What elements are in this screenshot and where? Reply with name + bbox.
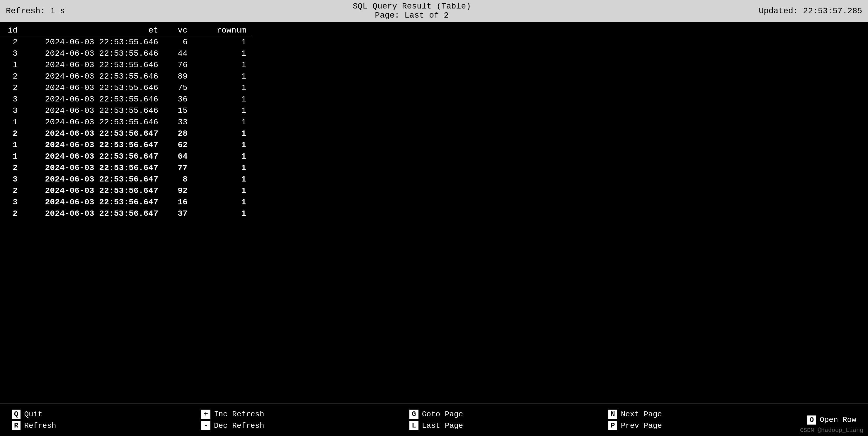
footer-group-1: +Inc Refresh-Dec Refresh [201,410,264,430]
cell-id: 2 [0,82,24,93]
cell-id: 1 [0,59,24,71]
shortcut-+: +Inc Refresh [201,410,264,419]
cell-vc: 36 [164,93,193,105]
key-label-r: Refresh [24,422,56,430]
cell-vc: 16 [164,197,193,208]
header-title: SQL Query Result (Table) [65,2,759,11]
key-badge-q: Q [12,410,21,419]
footer-group-2: GGoto PageLLast Page [409,410,463,430]
footer-shortcuts: QQuitRRefresh+Inc Refresh-Dec RefreshGGo… [0,403,868,436]
cell-id: 1 [0,139,24,151]
cell-vc: 6 [164,36,193,48]
cell-id: 2 [0,71,24,82]
cell-vc: 33 [164,116,193,128]
main-content: id et vc rownum 22024-06-03 22:53:55.646… [0,22,868,403]
shortcut-o: OOpen Row [807,415,856,425]
key-label-+: Inc Refresh [214,410,264,419]
cell-et: 2024-06-03 22:53:55.646 [24,59,164,71]
table-row: 32024-06-03 22:53:55.646151 [0,105,252,116]
cell-vc: 92 [164,185,193,197]
footer-group-3: NNext PagePPrev Page [608,410,662,430]
cell-id: 3 [0,197,24,208]
cell-rownum: 1 [193,174,252,185]
cell-vc: 75 [164,82,193,93]
table-row: 32024-06-03 22:53:55.646361 [0,93,252,105]
table-row: 22024-06-03 22:53:56.647771 [0,162,252,174]
shortcut-n: NNext Page [608,410,662,419]
cell-id: 2 [0,128,24,139]
key-label-l: Last Page [422,422,463,430]
table-row: 22024-06-03 22:53:55.646751 [0,82,252,93]
cell-id: 3 [0,93,24,105]
cell-rownum: 1 [193,71,252,82]
cell-rownum: 1 [193,36,252,48]
col-header-et: et [24,25,164,36]
table-row: 22024-06-03 22:53:56.647921 [0,185,252,197]
table-body: 22024-06-03 22:53:55.6466132024-06-03 22… [0,36,252,220]
header-bar: Refresh: 1 s SQL Query Result (Table) Pa… [0,0,868,22]
cell-et: 2024-06-03 22:53:55.646 [24,82,164,93]
key-badge-o: O [807,415,816,425]
refresh-status: Refresh: 1 s [6,6,65,16]
cell-rownum: 1 [193,185,252,197]
table-row: 22024-06-03 22:53:55.646891 [0,71,252,82]
key-label-q: Quit [24,410,42,419]
header-center: SQL Query Result (Table) Page: Last of 2 [65,2,759,20]
table-row: 22024-06-03 22:53:55.64661 [0,36,252,48]
key-badge-g: G [409,410,418,419]
cell-id: 1 [0,116,24,128]
cell-rownum: 1 [193,116,252,128]
cell-rownum: 1 [193,162,252,174]
cell-id: 2 [0,36,24,48]
cell-id: 3 [0,174,24,185]
key-badge-l: L [409,421,418,430]
cell-et: 2024-06-03 22:53:56.647 [24,128,164,139]
table-row: 32024-06-03 22:53:56.64781 [0,174,252,185]
table-row: 32024-06-03 22:53:55.646441 [0,48,252,59]
shortcut-g: GGoto Page [409,410,463,419]
cell-id: 3 [0,48,24,59]
table-row: 12024-06-03 22:53:55.646761 [0,59,252,71]
col-header-vc: vc [164,25,193,36]
key-badge-p: P [608,421,617,430]
cell-et: 2024-06-03 22:53:56.647 [24,151,164,162]
cell-vc: 77 [164,162,193,174]
key-badge-n: N [608,410,617,419]
cell-rownum: 1 [193,48,252,59]
cell-rownum: 1 [193,208,252,219]
cell-et: 2024-06-03 22:53:55.646 [24,105,164,116]
footer-group-4: OOpen Row [807,415,856,425]
cell-et: 2024-06-03 22:53:56.647 [24,174,164,185]
table-row: 22024-06-03 22:53:56.647281 [0,128,252,139]
key-badge-+: + [201,410,210,419]
col-header-id: id [0,25,24,36]
key-badge--: - [201,421,210,430]
key-label--: Dec Refresh [214,422,264,430]
result-table: id et vc rownum 22024-06-03 22:53:55.646… [0,25,252,219]
cell-rownum: 1 [193,151,252,162]
header-row: id et vc rownum [0,25,252,36]
table-row: 22024-06-03 22:53:56.647371 [0,208,252,219]
shortcut-p: PPrev Page [608,421,662,430]
cell-id: 2 [0,185,24,197]
cell-vc: 89 [164,71,193,82]
cell-et: 2024-06-03 22:53:55.646 [24,93,164,105]
cell-et: 2024-06-03 22:53:56.647 [24,208,164,219]
table-row: 12024-06-03 22:53:56.647621 [0,139,252,151]
cell-rownum: 1 [193,82,252,93]
cell-vc: 28 [164,128,193,139]
cell-et: 2024-06-03 22:53:56.647 [24,197,164,208]
table-row: 32024-06-03 22:53:56.647161 [0,197,252,208]
table-row: 12024-06-03 22:53:56.647641 [0,151,252,162]
table-header: id et vc rownum [0,25,252,36]
watermark: CSDN @Hadoop_Liang [800,427,863,434]
cell-et: 2024-06-03 22:53:56.647 [24,185,164,197]
cell-et: 2024-06-03 22:53:56.647 [24,139,164,151]
cell-rownum: 1 [193,59,252,71]
key-label-n: Next Page [621,410,662,419]
cell-rownum: 1 [193,105,252,116]
cell-vc: 44 [164,48,193,59]
cell-rownum: 1 [193,139,252,151]
cell-rownum: 1 [193,197,252,208]
cell-et: 2024-06-03 22:53:55.646 [24,116,164,128]
